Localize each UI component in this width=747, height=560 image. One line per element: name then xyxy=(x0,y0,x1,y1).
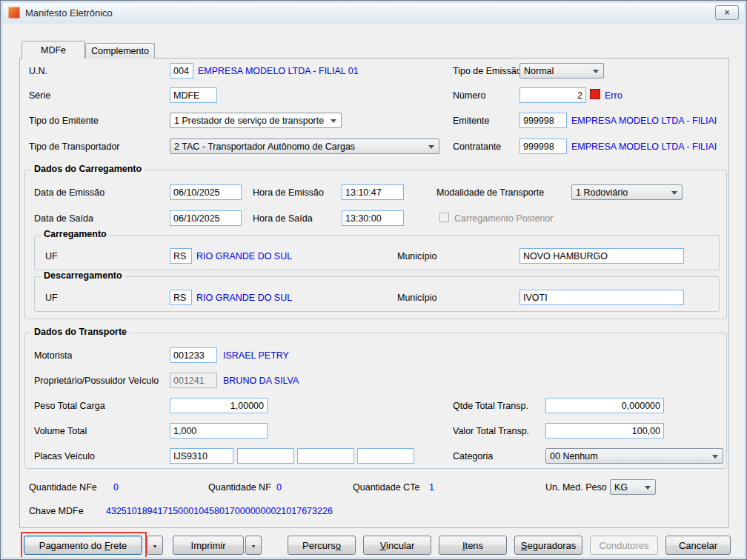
un-name-value: EMPRESA MODELO LTDA - FILIAL 01 xyxy=(198,66,359,76)
categoria-label: Categoria xyxy=(453,451,493,461)
dados-transporte-title: Dados do Transporte xyxy=(31,327,130,337)
quantidade-nf-label: Quantidade NF xyxy=(208,482,271,493)
cancelar-button[interactable]: Cancelar xyxy=(665,536,731,555)
app-icon xyxy=(8,7,20,19)
imprimir-button[interactable]: Imprimir xyxy=(173,536,244,555)
itens-button[interactable]: Itens xyxy=(439,536,507,555)
tipo-transportador-value: 2 TAC - Transportador Autônomo de Cargas xyxy=(174,141,355,152)
carregamento-municipio-label: Município xyxy=(397,251,437,261)
dropdown-arrow-icon xyxy=(712,455,718,459)
carregamento-uf-name: RIO GRANDE DO SUL xyxy=(196,251,292,261)
data-saida-input[interactable] xyxy=(170,210,242,226)
pagamento-frete-button[interactable]: Pagamento do Frete xyxy=(24,536,142,555)
title-bar[interactable]: Manifesto Eletrônico xyxy=(1,1,746,24)
proprietario-code-input xyxy=(170,373,217,388)
tab-mdfe-label: MDFe xyxy=(41,45,66,56)
placa-1-input[interactable] xyxy=(170,448,233,464)
descarregamento-uf-input[interactable] xyxy=(170,290,192,305)
contratante-code-input[interactable] xyxy=(519,139,567,154)
tipo-emissao-select[interactable]: Normal xyxy=(519,63,604,79)
quantidade-nfe-label: Quantidade NFe xyxy=(29,482,97,493)
tipo-emissao-label: Tipo de Emissão xyxy=(453,66,522,76)
un-label: U.N. xyxy=(29,66,47,76)
hora-saida-input[interactable] xyxy=(342,210,404,226)
tab-complemento[interactable]: Complemento xyxy=(85,43,155,59)
peso-total-input[interactable] xyxy=(170,398,268,413)
tab-complemento-label: Complemento xyxy=(91,46,149,56)
peso-total-label: Peso Total Carga xyxy=(34,401,105,411)
descarregamento-uf-label: UF xyxy=(45,293,58,303)
chevron-down-icon: ▼ xyxy=(153,544,158,549)
tipo-emitente-label: Tipo do Emitente xyxy=(29,116,99,126)
chave-mdfe-label: Chave MDFe xyxy=(29,506,84,516)
qtde-total-input[interactable] xyxy=(545,398,664,413)
quantidade-cte-value: 1 xyxy=(429,482,434,493)
pagamento-frete-dropdown-button[interactable]: ▼ xyxy=(147,536,163,555)
proprietario-name-value: BRUNO DA SILVA xyxy=(223,376,299,386)
descarregamento-municipio-label: Município xyxy=(397,293,437,303)
quantidade-nf-value: 0 xyxy=(276,482,282,493)
tipo-emitente-value: 1 Prestador de serviço de transporte xyxy=(174,116,324,126)
qtde-total-label: Qtde Total Transp. xyxy=(453,401,528,411)
placa-3-input[interactable] xyxy=(297,448,354,464)
hora-saida-label: Hora de Saída xyxy=(253,213,313,224)
carregamento-posterior-checkbox xyxy=(439,213,449,222)
modalidade-select[interactable]: 1 Rodoviário xyxy=(571,184,683,200)
modalidade-label: Modalidade de Transporte xyxy=(436,187,544,198)
seguradoras-button[interactable]: Seguradoras xyxy=(514,536,582,555)
emitente-name-value: EMPRESA MODELO LTDA - FILIAI xyxy=(571,116,728,126)
contratante-label: Contratante xyxy=(453,141,501,152)
categoria-value: 00 Nenhum xyxy=(550,451,598,461)
chave-mdfe-value: 4325101894171500010458017000000002101767… xyxy=(106,506,333,516)
modalidade-value: 1 Rodoviário xyxy=(576,187,628,198)
placa-4-input[interactable] xyxy=(357,448,414,464)
chevron-down-icon: ▼ xyxy=(251,544,256,549)
serie-label: Série xyxy=(29,90,50,101)
emitente-code-input[interactable] xyxy=(519,113,567,128)
tipo-transportador-select[interactable]: 2 TAC - Transportador Autônomo de Cargas xyxy=(170,139,439,154)
percurso-button[interactable]: Percurso xyxy=(288,536,356,555)
quantidade-cte-label: Quantidade CTe xyxy=(353,482,419,493)
dropdown-arrow-icon xyxy=(428,145,434,149)
tipo-transportador-label: Tipo de Transportador xyxy=(29,141,120,152)
data-saida-label: Data de Saída xyxy=(34,213,93,224)
un-med-peso-label: Un. Med. Peso xyxy=(545,482,607,493)
imprimir-dropdown-button[interactable]: ▼ xyxy=(245,536,262,555)
un-code-input[interactable] xyxy=(170,63,193,79)
un-med-peso-select[interactable]: KG xyxy=(610,479,656,495)
motorista-code-input[interactable] xyxy=(170,347,217,363)
hora-emissao-label: Hora de Emissão xyxy=(253,187,324,198)
tab-mdfe[interactable]: MDFe xyxy=(21,41,85,59)
carregamento-subgroup-title: Carregamento xyxy=(41,229,110,239)
dropdown-arrow-icon xyxy=(593,70,599,73)
tipo-emitente-select[interactable]: 1 Prestador de serviço de transporte xyxy=(170,113,342,128)
descarregamento-municipio-input[interactable] xyxy=(519,290,684,305)
erro-label: Erro xyxy=(605,90,622,101)
numero-input[interactable] xyxy=(519,87,586,103)
categoria-select[interactable]: 00 Nenhum xyxy=(545,448,723,464)
placa-2-input[interactable] xyxy=(237,448,294,464)
carregamento-posterior-label: Carregamento Posterior xyxy=(454,213,553,224)
data-emissao-input[interactable] xyxy=(170,184,242,200)
volume-total-label: Volume Total xyxy=(34,426,87,436)
serie-input[interactable] xyxy=(170,87,217,103)
window-title: Manifesto Eletrônico xyxy=(25,7,113,19)
motorista-name-value: ISRAEL PETRY xyxy=(223,350,289,361)
dropdown-arrow-icon xyxy=(671,191,677,195)
descarregamento-uf-name: RIO GRANDE DO SUL xyxy=(196,293,292,303)
carregamento-uf-label: UF xyxy=(45,251,58,261)
error-indicator[interactable] xyxy=(590,89,600,99)
dropdown-arrow-icon xyxy=(331,119,336,123)
proprietario-label: Proprietário/Possuidor Veículo xyxy=(34,376,159,386)
valor-total-input[interactable] xyxy=(545,423,664,439)
volume-total-input[interactable] xyxy=(170,423,268,439)
carregamento-uf-input[interactable] xyxy=(170,248,192,264)
un-med-peso-value: KG xyxy=(614,482,628,493)
vincular-button[interactable]: Vincular xyxy=(363,536,431,555)
carregamento-municipio-input[interactable] xyxy=(519,248,684,264)
hora-emissao-input[interactable] xyxy=(342,184,404,200)
descarregamento-subgroup-title: Descarregamento xyxy=(41,270,125,281)
close-button[interactable]: × xyxy=(715,5,739,20)
dados-carregamento-title: Dados do Carregamento xyxy=(31,164,145,174)
contratante-name-value: EMPRESA MODELO LTDA - FILIAI xyxy=(571,141,728,152)
